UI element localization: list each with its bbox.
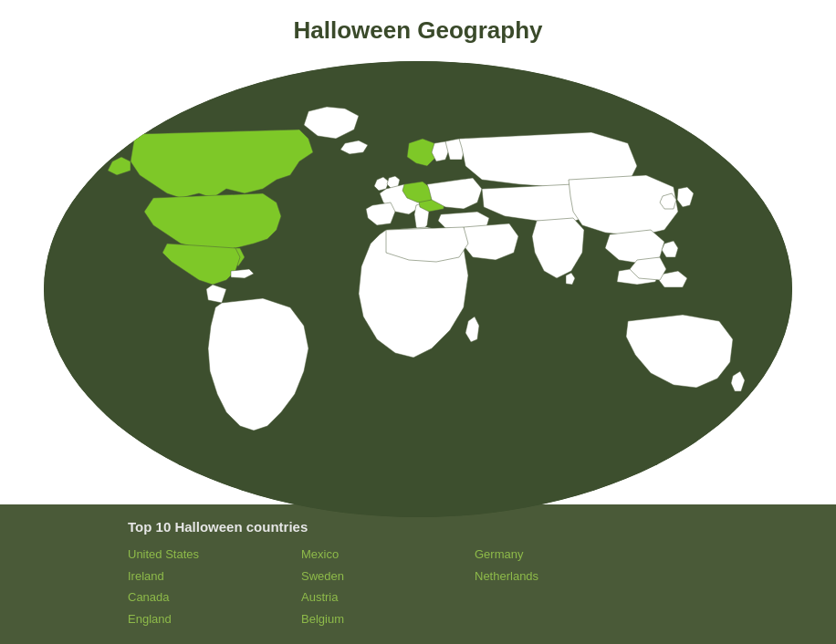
list-item: Germany [475,544,648,565]
world-map-svg [44,61,792,517]
list-item: Belgium [301,608,475,629]
map-container [44,61,792,517]
page-container: Halloween Geography [0,0,836,644]
list-item: United States [128,544,301,565]
map-section [0,52,836,504]
bottom-panel: Top 10 Halloween countries United States… [0,504,836,644]
country-column-2: Mexico Sweden Austria Belgium [301,544,475,629]
list-item: Austria [301,587,475,608]
page-title: Halloween Geography [293,16,542,45]
list-item: Mexico [301,544,475,565]
country-column-1: United States Ireland Canada England [128,544,301,629]
countries-grid: United States Ireland Canada England Mex… [128,544,708,629]
country-column-3: Germany Netherlands [475,544,648,629]
list-item: England [128,608,301,629]
list-item: Canada [128,587,301,608]
list-item: Netherlands [475,566,648,587]
bottom-heading: Top 10 Halloween countries [128,519,708,535]
list-item: Ireland [128,566,301,587]
list-item: Sweden [301,566,475,587]
